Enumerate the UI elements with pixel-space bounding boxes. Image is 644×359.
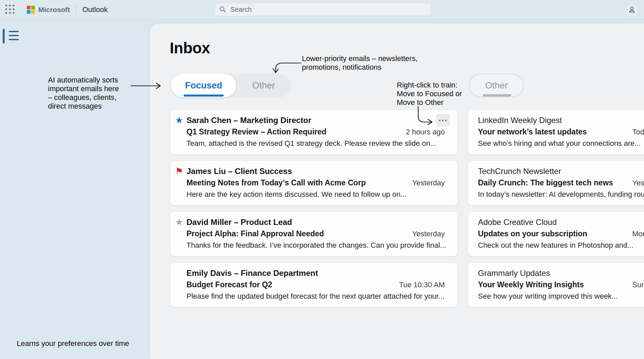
brand-divider (76, 5, 76, 14)
email-subject: Daily Crunch: The biggest tech news (478, 177, 613, 189)
tab-other[interactable]: Other (236, 74, 291, 97)
email-subject: Your network’s latest updates (478, 126, 587, 138)
annotation-line: direct messages (48, 102, 119, 111)
email-sender: Adobe Creative Cloud (478, 216, 644, 228)
annotation-footer: Learns your preferences over time (17, 339, 129, 348)
annotation-line: Move to Focused or (397, 89, 462, 98)
email-linkedin[interactable]: LinkedIn Weekly Digest Your network’s la… (468, 110, 644, 154)
email-sender: Grammarly Updates (478, 267, 644, 279)
search-input[interactable] (215, 3, 431, 16)
email-time: Monday (632, 228, 644, 240)
focused-tab-underline (183, 95, 224, 97)
search-box (215, 3, 431, 16)
annotation-line: AI automatically sorts (48, 76, 119, 84)
email-time: Yesterday (412, 228, 445, 240)
icon-spacer (175, 267, 186, 303)
annotation-focused: AI automatically sorts important emails … (48, 76, 119, 111)
annotation-right-click-train: Right-click to train: Move to Focused or… (397, 81, 462, 107)
email-preview: See who’s hiring and what your connectio… (478, 138, 644, 149)
app-name: Outlook (83, 5, 108, 14)
email-body: James Liu – Client Success Meeting Notes… (186, 165, 445, 201)
email-james-liu[interactable]: ⚑ James Liu – Client Success Meeting Not… (170, 161, 458, 205)
email-sender: LinkedIn Weekly Digest (478, 114, 644, 126)
star-icon[interactable]: ★ (175, 216, 186, 252)
annotation-line: important emails here (48, 84, 119, 93)
email-time: Today (632, 126, 644, 138)
email-subject: Project Alpha: Final Approval Needed (186, 228, 324, 240)
other-tab-underline (483, 94, 511, 97)
email-body: Sarah Chen – Marketing Director Q1 Strat… (186, 114, 445, 150)
annotation-line: Lower-priority emails – newsletters, (302, 54, 418, 63)
page-title: Inbox (170, 39, 210, 57)
annotation-line: promotions, notifications (302, 63, 418, 72)
account-button[interactable] (625, 2, 639, 17)
email-time: Sun (632, 279, 644, 291)
email-time: Yesterday (412, 177, 445, 189)
email-sender: James Liu – Client Success (186, 165, 445, 177)
annotation-line: Move to Other (397, 98, 462, 107)
email-preview: Thanks for the feedback. I’ve incorporat… (186, 240, 445, 251)
outlook-window: Microsoft Outlook Inbox Other Focused (0, 0, 644, 359)
email-adobe[interactable]: Adobe Creative Cloud Updates on your sub… (468, 212, 644, 256)
email-subject: Your Weekly Writing Insights (478, 279, 584, 291)
person-icon (628, 5, 636, 14)
email-sarah-chen[interactable]: ★ Sarah Chen – Marketing Director Q1 Str… (170, 110, 458, 154)
star-icon[interactable]: ★ (175, 114, 186, 150)
app-launcher-button[interactable] (5, 5, 15, 15)
email-body: Adobe Creative Cloud Updates on your sub… (478, 216, 644, 252)
email-time: Yesterday (632, 177, 644, 189)
hamburger-menu-button[interactable] (9, 31, 19, 40)
inbox-tab-group: Other Focused (171, 74, 291, 97)
email-time: 2 hours ago (406, 126, 445, 138)
email-subject: Q1 Strategy Review – Action Required (186, 126, 326, 138)
other-panel-tab-label: Other (485, 80, 508, 91)
email-subject: Budget Forecast for Q2 (186, 279, 272, 291)
annotation-other: Lower-priority emails – newsletters, pro… (302, 54, 418, 72)
email-body: TechCrunch Newsletter Daily Crunch: The … (478, 165, 644, 201)
email-preview: Check out the new features in Photoshop … (478, 240, 644, 251)
email-subject: Updates on your subscription (478, 228, 587, 240)
tab-focused[interactable]: Focused (171, 74, 236, 97)
email-preview: See how your writing improved this week.… (478, 291, 644, 302)
flag-icon[interactable]: ⚑ (175, 165, 186, 201)
email-emily-davis[interactable]: Emily Davis – Finance Department Budget … (170, 263, 458, 307)
email-sender: TechCrunch Newsletter (478, 165, 644, 177)
email-body: Grammarly Updates Your Weekly Writing In… (478, 267, 644, 303)
brand: Microsoft Outlook (27, 0, 108, 19)
email-sender: David Miller – Product Lead (186, 216, 445, 228)
email-subject: Meeting Notes from Today’s Call with Acm… (186, 177, 366, 189)
microsoft-wordmark: Microsoft (38, 6, 70, 14)
email-preview: Here are the key action items discussed.… (186, 189, 445, 200)
email-preview: Team, attached is the revised Q1 strateg… (186, 138, 445, 149)
email-preview: Please find the updated budget forecast … (186, 291, 445, 302)
email-david-miller[interactable]: ★ David Miller – Product Lead Project Al… (170, 212, 458, 256)
email-sender: Emily Davis – Finance Department (186, 267, 445, 279)
microsoft-logo-icon (27, 6, 35, 14)
active-nav-accent (3, 29, 5, 44)
annotation-line: Right-click to train: (397, 81, 462, 89)
email-time: Tue 10:30 AM (399, 279, 445, 291)
email-body: LinkedIn Weekly Digest Your network’s la… (478, 114, 644, 150)
email-body: David Miller – Product Lead Project Alph… (186, 216, 445, 252)
email-grammarly[interactable]: Grammarly Updates Your Weekly Writing In… (468, 263, 644, 307)
email-techcrunch[interactable]: TechCrunch Newsletter Daily Crunch: The … (468, 161, 644, 205)
topbar: Microsoft Outlook (0, 0, 644, 19)
annotation-line: – colleagues, clients, (48, 93, 119, 102)
email-body: Emily Davis – Finance Department Budget … (186, 267, 445, 303)
more-options-button[interactable]: ··· (436, 114, 450, 127)
other-panel-tab[interactable]: Other (469, 74, 524, 97)
email-sender: Sarah Chen – Marketing Director (186, 114, 445, 126)
email-preview: In today’s newsletter: AI developments, … (478, 189, 644, 200)
